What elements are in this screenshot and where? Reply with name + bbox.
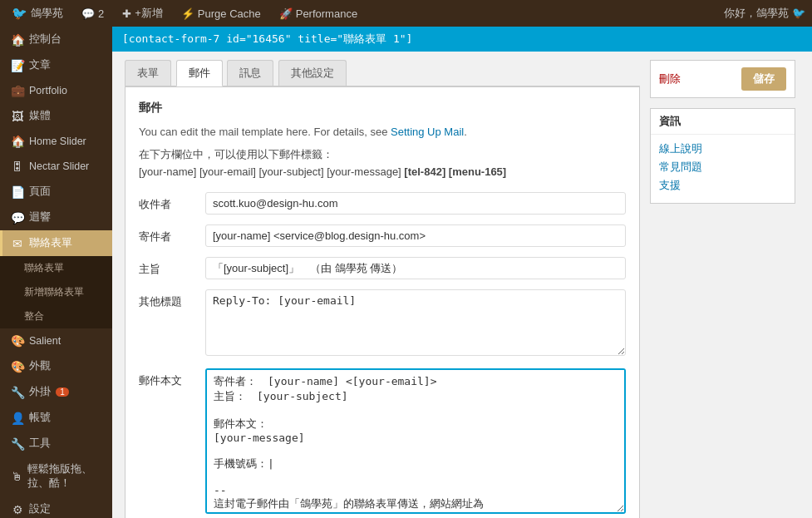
plugins-badge: 1	[56, 387, 69, 397]
subject-input-wrapper	[205, 257, 626, 279]
sidebar-item-label: 頁面	[29, 185, 51, 199]
delete-button[interactable]: 刪除	[659, 72, 681, 86]
sidebar-item-comments[interactable]: 💬 迴響	[0, 205, 112, 230]
sidebar-item-users[interactable]: 👤 帳號	[0, 405, 112, 431]
sidebar-item-label: 迴響	[29, 210, 51, 224]
mail-desc-text1: You can edit the mail template here. For…	[139, 126, 391, 138]
media-icon: 🖼	[11, 110, 24, 123]
settings-icon: ⚙	[11, 503, 24, 516]
sender-input[interactable]	[205, 224, 626, 247]
nectar-slider-icon: 🎛	[11, 160, 24, 173]
save-button[interactable]: 儲存	[741, 67, 786, 91]
comment-icon: 💬	[81, 7, 95, 20]
sidebar-item-media[interactable]: 🖼 媒體	[0, 103, 112, 129]
adminbar-performance[interactable]: 🚀 Performance	[274, 7, 362, 20]
user-greeting: 你好，鴿學苑 🐦	[724, 7, 805, 19]
page-content-area: 表單 郵件 訊息 其他設定 郵件 You can e	[112, 52, 812, 518]
sidebar-subitem-integration[interactable]: 整合	[0, 304, 112, 328]
appearance-icon: 🎨	[11, 360, 24, 373]
sender-label: 寄件者	[139, 224, 205, 244]
sidebar-item-nectar-slider[interactable]: 🎛 Nectar Slider	[0, 154, 112, 179]
mail-panel: 郵件 You can edit the mail template here. …	[125, 86, 640, 518]
recipient-input-wrapper	[205, 192, 626, 215]
info-box: 資訊 線上說明 常見問題 支援	[650, 108, 795, 204]
mail-body-textarea[interactable]: 寄件者： [your-name] <[your-email]> 主旨： [you…	[205, 368, 626, 514]
tab-mail-label: 郵件	[189, 67, 210, 79]
sidebar-item-contact-form[interactable]: ✉ 聯絡表單	[0, 230, 112, 256]
sidebar-item-dashboard[interactable]: 🏠 控制台	[0, 27, 112, 52]
purge-cache-label: Purge Cache	[198, 7, 261, 20]
sidebar-item-label: 工具	[29, 437, 51, 451]
adminbar-site[interactable]: 🐦 鴿學苑	[7, 6, 68, 21]
mail-desc-text2: .	[464, 126, 467, 138]
sender-row: 寄件者	[139, 224, 626, 247]
plus-icon: ✚	[122, 7, 131, 20]
sidebar-subitem-label: 整合	[24, 309, 44, 323]
sidebar-subitem-label: 新增聯絡表單	[24, 285, 84, 299]
info-box-content: 線上說明 常見問題 支援	[651, 135, 795, 203]
mail-section-title: 郵件	[139, 101, 626, 116]
sidebar-item-home-slider[interactable]: 🏠 Home Slider	[0, 129, 112, 154]
recipient-input[interactable]	[205, 192, 626, 215]
sidebar-item-label: 聯絡表單	[29, 236, 72, 250]
sidebar-item-posts[interactable]: 📝 文章	[0, 52, 112, 78]
users-icon: 👤	[11, 412, 24, 425]
performance-icon: 🚀	[279, 7, 293, 20]
recipient-label: 收件者	[139, 192, 205, 212]
tab-wrapper: 表單 郵件 訊息 其他設定	[125, 60, 640, 86]
new-label: +新增	[135, 6, 163, 21]
mail-setup-link[interactable]: Setting Up Mail	[391, 126, 464, 138]
tab-form[interactable]: 表單	[125, 60, 171, 86]
info-box-title: 資訊	[659, 114, 681, 129]
mail-body-row: 郵件本文 寄件者： [your-name] <[your-email]> 主旨：…	[139, 368, 626, 516]
comments-icon: 💬	[11, 211, 24, 224]
adminbar-left: 🐦 鴿學苑 💬 2 ✚ +新增 ⚡ Purge Cache 🚀 Performa…	[7, 6, 362, 21]
mail-tags-prefix: 在下方欄位中，可以使用以下郵件標籤：	[139, 148, 333, 160]
subject-label: 主旨	[139, 257, 205, 277]
sidebar-item-label: 輕鬆拖版拖、拉、酷！	[27, 462, 104, 491]
mail-tags-bold: [tel-842] [menu-165]	[404, 165, 506, 178]
wp-content: [contact-form-7 id="16456" title="聯絡表單 1…	[112, 27, 812, 518]
other-headers-input-wrapper: Reply-To: [your-email]	[205, 289, 626, 358]
adminbar-new[interactable]: ✚ +新增	[117, 6, 168, 21]
tab-messages-label: 訊息	[239, 67, 261, 79]
sidebar-item-appearance[interactable]: 🎨 外觀	[0, 353, 112, 379]
sidebar-item-pages[interactable]: 📄 頁面	[0, 179, 112, 205]
dashboard-icon: 🏠	[11, 33, 24, 47]
performance-label: Performance	[296, 7, 357, 20]
sidebar-subitem-add-contact-form[interactable]: 新增聯絡表單	[0, 280, 112, 304]
pages-icon: 📄	[11, 185, 24, 199]
home-slider-icon: 🏠	[11, 135, 24, 148]
tab-mail[interactable]: 郵件	[176, 60, 223, 86]
sidebar-subitem-contact-forms[interactable]: 聯絡表單	[0, 256, 112, 280]
sidebar-item-label: 外觀	[29, 359, 51, 373]
adminbar-comments[interactable]: 💬 2	[76, 7, 109, 20]
wp-layout: 🏠 控制台 📝 文章 💼 Portfolio 🖼 媒體 🏠 Home Slide…	[0, 27, 812, 518]
info-link-faq[interactable]: 常見問題	[659, 160, 786, 175]
subject-input[interactable]	[205, 257, 626, 279]
mail-tags-line: 在下方欄位中，可以使用以下郵件標籤： [your-name] [your-ema…	[139, 146, 626, 181]
sidebar-item-label: 文章	[29, 58, 51, 72]
info-link-support[interactable]: 支援	[659, 178, 786, 193]
info-link-online-help[interactable]: 線上說明	[659, 141, 786, 156]
comments-count: 2	[98, 7, 104, 20]
sidebar-item-plugins[interactable]: 🔧 外掛 1	[0, 379, 112, 405]
adminbar-purge-cache[interactable]: ⚡ Purge Cache	[176, 7, 266, 20]
mail-description: You can edit the mail template here. For…	[139, 124, 626, 141]
sidebar-item-label: 控制台	[29, 32, 62, 47]
adminbar-user[interactable]: 你好，鴿學苑 🐦	[724, 6, 805, 21]
recipient-row: 收件者	[139, 192, 626, 215]
sidebar-item-tools[interactable]: 🔧 工具	[0, 431, 112, 456]
sidebar-item-label: 媒體	[29, 109, 51, 123]
mail-tags-list: [your-name] [your-email] [your-subject] …	[139, 165, 401, 178]
other-headers-row: 其他標題 Reply-To: [your-email]	[139, 289, 626, 358]
other-headers-textarea[interactable]: Reply-To: [your-email]	[205, 289, 626, 356]
sidebar-item-settings[interactable]: ⚙ 設定	[0, 496, 112, 518]
tab-other-settings[interactable]: 其他設定	[278, 60, 347, 86]
sidebar-item-salient[interactable]: 🎨 Salient	[0, 328, 112, 353]
sidebar-item-label: Nectar Slider	[29, 160, 89, 172]
sidebar-item-portfolio[interactable]: 💼 Portfolio	[0, 78, 112, 103]
sidebar-item-drag[interactable]: 🖱 輕鬆拖版拖、拉、酷！	[0, 456, 112, 496]
tab-messages[interactable]: 訊息	[227, 60, 273, 86]
plugins-icon: 🔧	[11, 386, 24, 399]
